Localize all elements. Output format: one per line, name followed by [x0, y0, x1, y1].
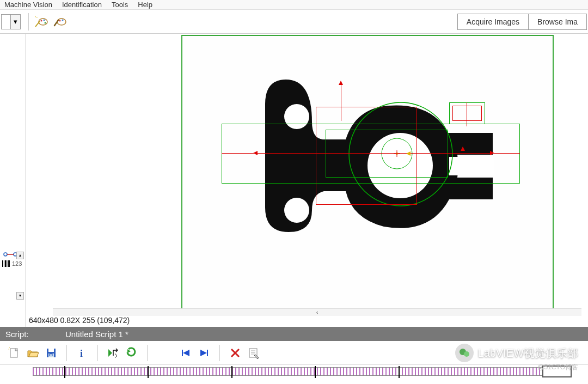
h-scrollbar[interactable]: ‹	[53, 308, 581, 316]
script-timeline[interactable]	[33, 367, 555, 376]
center-point-icon	[394, 150, 400, 157]
top-toolbar: ▾ Acquire Images Browse Ima	[0, 10, 588, 34]
crosshair-v	[341, 83, 341, 121]
svg-rect-14	[8, 260, 9, 267]
svg-rect-31	[182, 350, 183, 356]
run-loop-button[interactable]	[123, 344, 140, 362]
acquire-images-button[interactable]: Acquire Images	[457, 14, 529, 30]
browse-images-button[interactable]: Browse Ima	[528, 14, 587, 30]
svg-point-7	[4, 253, 7, 256]
delete-step-button[interactable]	[226, 344, 244, 362]
svg-point-5	[59, 20, 61, 21]
brush-palette-icon[interactable]	[51, 14, 69, 30]
wand-palette-icon[interactable]	[32, 14, 51, 30]
info-button[interactable]: i	[74, 344, 91, 362]
step-back-button[interactable]	[177, 344, 194, 362]
svg-rect-13	[7, 260, 7, 267]
script-toolbar: H i	[0, 341, 588, 365]
svg-point-17	[284, 198, 309, 223]
svg-point-1	[41, 20, 42, 21]
new-script-button[interactable]	[5, 344, 23, 362]
svg-text:H: H	[49, 351, 53, 357]
barcode-icon[interactable]	[2, 260, 11, 267]
menu-help[interactable]: Help	[138, 1, 152, 9]
script-name: Untitled Script 1 *	[65, 330, 128, 339]
script-bar: Script: Untitled Script 1 *	[0, 327, 588, 341]
svg-point-4	[57, 19, 66, 25]
palette-dropdown[interactable]: ▾	[1, 14, 21, 29]
scroll-up-button[interactable]: ▴	[16, 252, 24, 259]
menubar: Machine Vision Identification Tools Help	[0, 0, 588, 10]
edit-step-button[interactable]	[245, 344, 262, 362]
svg-rect-15	[9, 260, 10, 267]
scroll-down-button[interactable]: ▾	[16, 292, 24, 300]
svg-rect-32	[207, 350, 208, 356]
svg-rect-10	[2, 260, 3, 267]
left-panel: 123 ▴ ▾	[0, 34, 26, 327]
svg-point-2	[44, 19, 45, 21]
main-area: 123 ▴ ▾	[0, 34, 588, 327]
svg-rect-12	[5, 260, 6, 267]
menu-identification[interactable]: Identification	[62, 1, 102, 9]
step-forward-button[interactable]	[195, 344, 213, 362]
svg-point-3	[45, 22, 46, 23]
svg-rect-11	[4, 260, 4, 267]
chevron-down-icon: ▾	[11, 14, 21, 29]
roi-red-box	[316, 107, 417, 205]
canvas-area: 640x480 0.82X 255 (109,472) ‹	[26, 34, 588, 327]
menu-tools[interactable]: Tools	[112, 1, 128, 9]
open-script-button[interactable]	[24, 344, 41, 362]
canvas-status: 640x480 0.82X 255 (109,472)	[27, 315, 132, 327]
svg-point-6	[62, 19, 64, 21]
watermark-sub: @51CTO博客	[537, 363, 578, 372]
save-script-button[interactable]: H	[42, 344, 60, 362]
roi-red-small	[452, 106, 482, 121]
svg-text:i: i	[80, 348, 83, 359]
script-label: Script:	[5, 330, 65, 339]
run-once-button[interactable]	[105, 344, 122, 362]
menu-machine-vision[interactable]: Machine Vision	[4, 1, 52, 9]
image-viewport[interactable]	[181, 35, 554, 314]
